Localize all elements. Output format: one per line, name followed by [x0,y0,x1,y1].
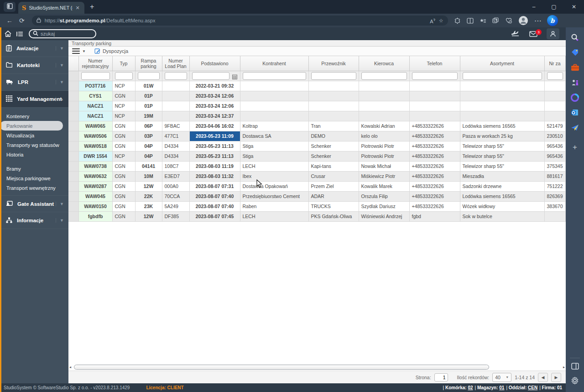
scrollbar-track[interactable] [73,365,561,370]
new-tab-button[interactable]: + [90,3,94,11]
col-header-telefon[interactable]: Telefon [409,56,460,71]
add-sidebar-app-icon[interactable]: + [573,143,577,152]
browser-tab[interactable]: S StudioSystem.NET (c) SoftwareSt ✕ [18,2,84,14]
table-row[interactable]: WAW065CGN06P9FBAC2023-04-06 16:02Koltrap… [68,121,565,131]
cell-reg[interactable]: WAW065 [78,121,112,131]
cell-podstawiono[interactable]: 2023-05-23 11:13 [189,151,240,161]
cell-kontrahent[interactable]: Stiga [240,141,308,151]
sidebar-item-yard-management[interactable]: Yard Management ▲ [0,91,68,108]
cell-reg[interactable]: NACZ1 [78,111,112,121]
scroll-left-icon[interactable]: ◂ [69,365,73,369]
col-header-kontrahent[interactable]: Kontrahent [240,56,308,71]
cell-handle[interactable] [68,151,78,161]
cell-typ[interactable]: CGN [112,211,135,221]
cell-reg[interactable]: WAW0518 [78,141,112,151]
cell-rampa[interactable]: 22K [135,191,162,201]
table-row[interactable]: PO3T716NCP01W2022-03-21 09:32 [68,81,565,91]
microsoft365-icon[interactable] [570,93,580,103]
cell-podstawiono[interactable]: 2023-08-03 11:32 [189,171,240,181]
chevron-up-icon[interactable]: ▲ [56,97,64,101]
cell-handle[interactable] [68,91,78,101]
cell-telefon[interactable]: +48533322626 [409,131,460,141]
cell-asortyment[interactable]: Lodówka siemens 16565 [460,191,544,201]
sidebar-item-historia[interactable]: Historia [0,150,68,159]
col-header-numer-rejestracyjny[interactable]: Numer rejestracyjny [78,56,112,71]
cell-rampa[interactable]: 12W [135,181,162,191]
split-screen-icon[interactable] [467,18,474,24]
cell-rampa[interactable]: 23K [135,201,162,211]
col-header-kierowca[interactable]: Kierowca [359,56,409,71]
cell-telefon[interactable]: +48533322626 [409,201,460,211]
col-header-przewoznik[interactable]: Przewoźnik [308,56,359,71]
filter-podstawiono[interactable] [192,72,229,80]
cell-podstawiono[interactable]: 2023-03-24 12:06 [189,101,240,111]
sidebar-item-awizacje[interactable]: Awizacje ▼ [0,40,68,57]
cell-rampa[interactable]: 01P [135,101,162,111]
filter-nr-zamowienia[interactable] [547,72,563,80]
cell-asortyment[interactable]: Wózek widłowy [460,201,544,211]
cell-loadplan[interactable]: D4334 [162,151,189,161]
url-bar[interactable]: https://st.programdemo.pl/DefaultLeftMen… [32,16,448,26]
prev-page-button[interactable]: ◀ [538,373,548,382]
back-icon[interactable]: ← [6,17,13,24]
page-input[interactable] [434,373,448,382]
cell-nr[interactable] [544,211,565,221]
sidebar-item-transporty-wg-statusow[interactable]: Transporty wg statusów [0,140,68,150]
cell-podstawiono[interactable]: 2023-04-06 16:02 [189,121,240,131]
cell-nr[interactable]: 751222 [544,181,565,191]
grid-menu-icon[interactable] [72,47,80,55]
cell-kontrahent[interactable] [240,101,308,111]
cell-loadplan[interactable] [162,111,189,121]
cell-przewoznik[interactable]: Schenker [308,141,359,151]
cell-kontrahent[interactable] [240,81,308,91]
cell-nr[interactable] [544,101,565,111]
cell-handle[interactable] [68,131,78,141]
cell-kierowca[interactable]: Wiśniewski Andrzej [359,211,409,221]
copilot-icon[interactable]: b [547,15,558,26]
cell-przewoznik[interactable]: PKS Gdańsk-Oliwa [308,211,359,221]
maximize-button[interactable]: ▢ [544,0,564,14]
cell-handle[interactable] [68,101,78,111]
records-select[interactable]: 40 ▼ [492,373,511,382]
cell-telefon[interactable] [409,81,460,91]
cell-asortyment[interactable] [460,91,544,101]
cell-rampa[interactable]: 04141 [135,161,162,171]
horizontal-scrollbar[interactable]: ◂ ▸ [69,364,565,370]
cell-typ[interactable]: CGN [112,141,135,151]
cell-kontrahent[interactable]: Stiga [240,151,308,161]
cell-reg[interactable]: WAW0150 [78,201,112,211]
sidebar-item-bramy[interactable]: Bramy [0,164,68,173]
table-row[interactable]: WAW0518CGN04PD43342023-05-23 11:13StigaS… [68,141,565,151]
cell-telefon[interactable]: +48533322626 [409,121,460,131]
cell-typ[interactable]: CGN [112,161,135,171]
cell-podstawiono[interactable]: 2023-08-07 07:45 [189,211,240,221]
cell-nr[interactable]: 230510 [544,131,565,141]
cell-kontrahent[interactable] [240,91,308,101]
chevron-down-icon[interactable]: ▼ [56,63,64,68]
cell-loadplan[interactable] [162,81,189,91]
cell-rampa[interactable]: 03P [135,131,162,141]
cell-kontrahent[interactable]: Raben [240,201,308,211]
minimize-button[interactable]: – [524,0,544,14]
context-oddzial[interactable]: Oddział: CEN [506,385,537,390]
cell-nr[interactable]: 375345 [544,161,565,171]
user-button[interactable] [547,28,559,39]
sidebar-item-miejsca-parkingowe[interactable]: Miejsca parkingowe [0,173,68,183]
cell-rampa[interactable]: 10M [135,171,162,181]
cell-typ[interactable]: NCP [112,81,135,91]
cell-nr[interactable] [544,111,565,121]
sidebar-item-parkowanie[interactable]: Parkowanie [0,121,63,131]
cell-reg[interactable]: WAW0738 [78,161,112,171]
sidebar-item-lpr[interactable]: LPR ▼ [0,74,68,91]
shopping-icon[interactable] [570,47,580,57]
drop-icon[interactable] [570,123,580,133]
profile-avatar-icon[interactable] [518,16,528,26]
cell-kontrahent[interactable]: Dostawca SA [240,131,308,141]
table-row[interactable]: WAW0150CGN23K5A2492023-08-07 07:40RabenT… [68,201,565,211]
cell-przewoznik[interactable] [308,111,359,121]
settings-gear-icon[interactable] [570,376,580,386]
sidebar-item-kontenery[interactable]: Kontenery [0,111,68,121]
cell-podstawiono[interactable]: 2023-08-07 07:40 [189,201,240,211]
departures-icon[interactable] [511,30,520,38]
chevron-down-icon[interactable]: ▼ [56,80,64,84]
